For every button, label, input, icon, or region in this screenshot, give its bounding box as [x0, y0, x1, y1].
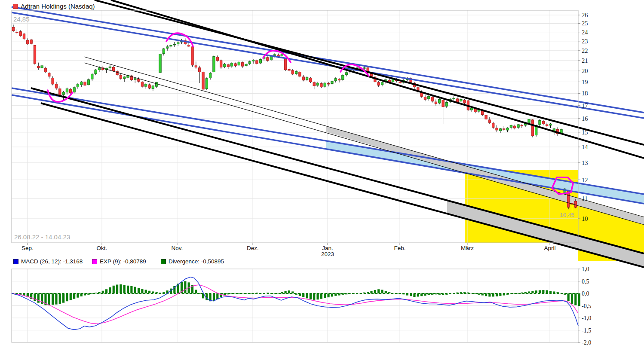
divergence-bar [313, 293, 315, 300]
divergence-bar [388, 292, 390, 293]
divergence-bar [123, 285, 126, 293]
candle-up [95, 70, 97, 74]
candle-up [173, 44, 175, 45]
divergence-bar [52, 293, 54, 305]
divergence-bar [84, 293, 86, 296]
divergence-bar [456, 293, 458, 293]
divergence-bar [345, 293, 347, 294]
price-tick-label: 24 [582, 29, 588, 36]
candle-down [70, 89, 72, 93]
divergence-bar [381, 290, 383, 293]
divergence-bar [37, 293, 40, 303]
month-label: Okt. [97, 245, 107, 251]
divergence-bar [327, 293, 329, 297]
divergence-bar [299, 293, 301, 296]
candle-down [574, 201, 577, 208]
divergence-bar [263, 293, 265, 293]
divergence-bar [546, 290, 548, 293]
divergence-bar [524, 292, 527, 293]
candle-down [191, 47, 193, 65]
candle-down [148, 85, 150, 88]
candle-up [98, 68, 100, 70]
price-tick-label: 11 [582, 195, 588, 202]
divergence-bar [402, 293, 405, 294]
candle-up [471, 108, 473, 110]
exp-legend-item: EXP (9): -0,80789 [92, 258, 161, 265]
divergence-bar [238, 293, 240, 294]
exp-label: EXP (9): -0,80789 [100, 258, 146, 265]
candle-up [528, 119, 530, 122]
candle-up [439, 99, 441, 103]
candle-up [109, 67, 111, 67]
macd-legend-item: MACD (26, 12): -1,3168 [13, 258, 92, 265]
candle-down [30, 40, 32, 44]
divergence-bar [245, 293, 247, 294]
divergence-bar [488, 293, 491, 296]
divergence-bar [184, 281, 186, 294]
candle-up [213, 57, 215, 72]
price-tick-label: 25 [582, 20, 588, 27]
divergence-bar [80, 293, 83, 296]
divergence-bar [467, 293, 469, 293]
candle-up [245, 64, 247, 66]
divergence-bar [474, 293, 476, 294]
year-label: 2023 [321, 251, 334, 257]
candle-down [34, 46, 36, 64]
divergence-bar [324, 293, 326, 298]
divergence-bar [105, 289, 107, 293]
macd-legend: MACD (26, 12): -1,3168 EXP (9): -0,80789… [13, 258, 224, 265]
divergence-bar [499, 293, 501, 296]
divergence-bar [55, 293, 57, 305]
divergence-bar [281, 292, 283, 293]
candle-up [460, 99, 462, 101]
divergence-bar [410, 293, 412, 296]
divergence-bar [66, 293, 68, 301]
divergence-bar [431, 293, 433, 295]
candle-up [209, 73, 211, 78]
divergence-bar [227, 293, 229, 294]
candle-up [428, 96, 430, 99]
divergence-bar [113, 286, 115, 293]
candle-down [474, 109, 476, 112]
candle-up [342, 75, 344, 79]
divergence-bar [445, 293, 448, 295]
price-tick-label: 20 [582, 67, 588, 74]
divergence-bar [116, 284, 118, 293]
divergence-bar [270, 293, 272, 294]
candle-up [295, 71, 297, 73]
divergence-bar [542, 290, 544, 293]
price-tick-label: 26 [582, 12, 588, 18]
divergence-bar [453, 293, 455, 293]
divergence-bar [70, 293, 72, 300]
candle-up [273, 55, 276, 55]
candle-up [91, 74, 93, 79]
candle-up [316, 83, 319, 85]
divergence-bar [492, 293, 494, 296]
divergence-bar [267, 293, 269, 293]
month-label: Feb. [394, 245, 405, 251]
candle-down [220, 61, 222, 67]
candle-up [539, 120, 541, 124]
candle-down [19, 32, 21, 36]
divergence-bar [564, 293, 566, 295]
candle-down [503, 129, 505, 130]
candle-down [542, 121, 544, 124]
price-tick-label: 17 [582, 102, 588, 109]
divergence-bar [338, 293, 340, 296]
divergence-label: Divergence: -0,50895 [169, 258, 224, 265]
candle-down [256, 61, 258, 64]
divergence-bar [514, 293, 516, 294]
month-label: Dez. [247, 245, 259, 251]
macd-tick-label: -1,0 [582, 315, 591, 321]
macd-panel[interactable]: 1,00,50,0-0,5-1,0-1,5-2,0 [12, 266, 591, 346]
candle-up [252, 60, 254, 61]
divergence-bar [528, 291, 530, 293]
divergence-bar [356, 293, 358, 294]
divergence-bar [163, 292, 165, 293]
price-tick-label: 14 [582, 143, 588, 150]
candle-down [234, 64, 236, 66]
stock-chart-canvas[interactable]: 2625242322212019181716151413121110Sep.Ok… [0, 0, 644, 348]
divergence-bar [549, 291, 552, 293]
divergence-bar [506, 293, 509, 295]
candle-up [306, 77, 308, 79]
